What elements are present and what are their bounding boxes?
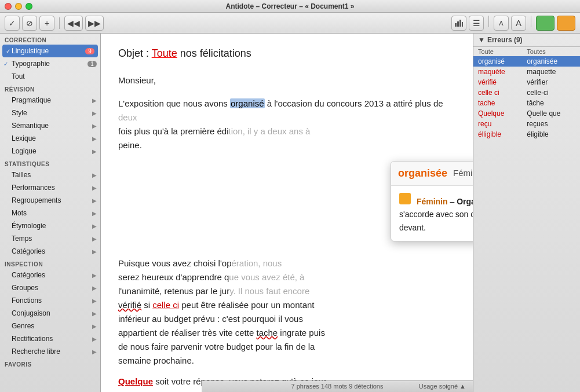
error-original: maquète: [473, 67, 522, 77]
sidebar-item-mots[interactable]: Mots ▶: [0, 207, 100, 219]
arrow-icon: ▶: [92, 135, 97, 142]
badge-linguistique: 9: [85, 48, 94, 54]
col-correction: Toutes: [522, 47, 580, 56]
green-button[interactable]: [536, 16, 555, 31]
error-row[interactable]: tachetâche: [473, 98, 580, 108]
stats-button[interactable]: [451, 16, 466, 31]
error-row[interactable]: vérifiévérifier: [473, 77, 580, 87]
arrow-icon: ▶: [92, 248, 97, 255]
arrow-icon: ▶: [92, 336, 97, 342]
sidebar-item-pragmatique[interactable]: Pragmatique ▶: [0, 94, 100, 107]
add-button[interactable]: +: [39, 16, 54, 31]
error-correction: organisée: [522, 56, 580, 67]
close-button[interactable]: [5, 3, 12, 10]
error-correction: tâche: [522, 98, 580, 108]
sidebar-item-etymologie[interactable]: Étymologie ▶: [0, 219, 100, 232]
sidebar-label: Tout: [12, 72, 25, 80]
svg-rect-1: [457, 21, 459, 27]
sidebar-item-style[interactable]: Style ▶: [0, 107, 100, 119]
errors-table: Toute Toutes organiséorganiséemaquètemaq…: [473, 47, 580, 140]
error-verifie[interactable]: vérifié: [118, 300, 141, 310]
arrow-icon: ▶: [92, 310, 97, 317]
error-row[interactable]: organiséorganisée: [473, 56, 580, 67]
sidebar-item-recherche[interactable]: Recherche libre ▶: [0, 345, 100, 358]
error-correction: reçues: [522, 119, 580, 129]
sidebar: CORRECTION ✓ Linguistique 9 ✓ Typographi…: [0, 34, 101, 392]
sidebar-label: Style: [12, 109, 27, 117]
toolbar-right: ☰ A A: [451, 16, 575, 31]
error-correction: celle-ci: [522, 87, 580, 98]
error-organise[interactable]: organisé: [230, 98, 265, 108]
window-title: Antidote – Correcteur – « Document1 »: [225, 2, 354, 10]
error-original: organisé: [473, 56, 522, 67]
sidebar-item-conjugaison[interactable]: Conjugaison ▶: [0, 307, 100, 320]
document-area[interactable]: Objet : Toute nos félicitations Monsieur…: [101, 34, 473, 392]
sidebar-label: Linguistique: [12, 47, 49, 55]
sidebar-item-insp-categories[interactable]: Catégories ▶: [0, 269, 100, 281]
section-stats: STATISTIQUES: [0, 157, 100, 168]
svg-rect-2: [459, 20, 461, 27]
sidebar-label: Fonctions: [12, 296, 42, 305]
arrow-icon: ▶: [92, 272, 97, 279]
sidebar-item-groupes[interactable]: Groupes ▶: [0, 281, 100, 294]
sidebar-item-tailles[interactable]: Tailles ▶: [0, 168, 100, 181]
error-original: celle ci: [473, 87, 522, 98]
sidebar-item-typographie[interactable]: ✓ Typographie 1: [0, 57, 100, 70]
content-area: Objet : Toute nos félicitations Monsieur…: [101, 34, 580, 392]
list-button[interactable]: ☰: [469, 16, 484, 31]
sidebar-label: Sémantique: [12, 122, 49, 130]
sidebar-item-categories-stat[interactable]: Catégories ▶: [0, 245, 100, 258]
main-layout: CORRECTION ✓ Linguistique 9 ✓ Typographi…: [0, 34, 580, 392]
maximize-button[interactable]: [25, 3, 32, 10]
sidebar-item-tout[interactable]: Tout: [0, 70, 100, 83]
sidebar-item-linguistique[interactable]: ✓ Linguistique 9: [2, 45, 98, 57]
error-row[interactable]: reçureçues: [473, 119, 580, 129]
error-correction: éligible: [522, 129, 580, 140]
arrow-icon: ▶: [92, 123, 97, 129]
sidebar-item-regroupements[interactable]: Regroupements ▶: [0, 194, 100, 207]
status-bar: 7 phrases 148 mots 9 détections Usage so…: [202, 380, 473, 392]
sidebar-label: Étymologie: [12, 222, 46, 230]
check-icon: ✓: [6, 48, 10, 54]
tooltip-header: organisée Féminin ▼: [391, 162, 473, 186]
prev-button[interactable]: ◀◀: [64, 16, 83, 31]
sidebar-item-lexique[interactable]: Lexique ▶: [0, 132, 100, 145]
minimize-button[interactable]: [15, 3, 22, 10]
error-row[interactable]: QuelqueQuelle que: [473, 108, 580, 119]
sidebar-item-temps[interactable]: Temps ▶: [0, 232, 100, 245]
sidebar-item-genres[interactable]: Genres ▶: [0, 320, 100, 332]
error-row[interactable]: maquètemaquette: [473, 67, 580, 77]
sidebar-item-logique[interactable]: Logique ▶: [0, 145, 100, 157]
toolbar-sep3: [531, 16, 531, 27]
orange-button[interactable]: [557, 16, 575, 31]
arrow-icon: ▶: [92, 285, 97, 291]
error-row[interactable]: élligibleéligible: [473, 129, 580, 140]
error-quelque[interactable]: Quelque: [118, 376, 153, 386]
check-button[interactable]: ✓: [5, 16, 20, 31]
sidebar-item-rectifications[interactable]: Rectifications ▶: [0, 332, 100, 345]
sidebar-item-fonctions[interactable]: Fonctions ▶: [0, 294, 100, 307]
window-controls: [5, 3, 32, 10]
sidebar-label: Catégories: [12, 247, 45, 255]
font-large-button[interactable]: A: [511, 16, 526, 31]
error-celleci[interactable]: celle ci: [152, 300, 179, 310]
sidebar-label: Typographie: [12, 60, 50, 68]
error-row[interactable]: celle cicelle-ci: [473, 87, 580, 98]
font-small-button[interactable]: A: [494, 16, 509, 31]
arrow-icon: ▶: [92, 223, 97, 229]
error-correction: Quelle que: [522, 108, 580, 119]
sidebar-item-semantique[interactable]: Sémantique ▶: [0, 119, 100, 132]
arrow-icon: ▶: [92, 349, 97, 355]
tooltip-body: Féminin – Organisée, participe passé emp…: [391, 186, 473, 241]
sidebar-item-performances[interactable]: Performances ▶: [0, 181, 100, 194]
sidebar-label: Pragmatique: [12, 96, 51, 104]
document-paragraph-2: Puisque vous avez choisi l'opération, no…: [118, 257, 455, 368]
error-correction: maquette: [522, 67, 580, 77]
error-original: élligible: [473, 129, 522, 140]
error-toute[interactable]: Toute: [152, 47, 177, 59]
next-button[interactable]: ▶▶: [85, 16, 104, 31]
sidebar-label: Lexique: [12, 134, 36, 142]
error-tache[interactable]: tache: [256, 328, 278, 338]
sidebar-label: Genres: [12, 322, 34, 330]
cancel-button[interactable]: ⊘: [22, 16, 37, 31]
